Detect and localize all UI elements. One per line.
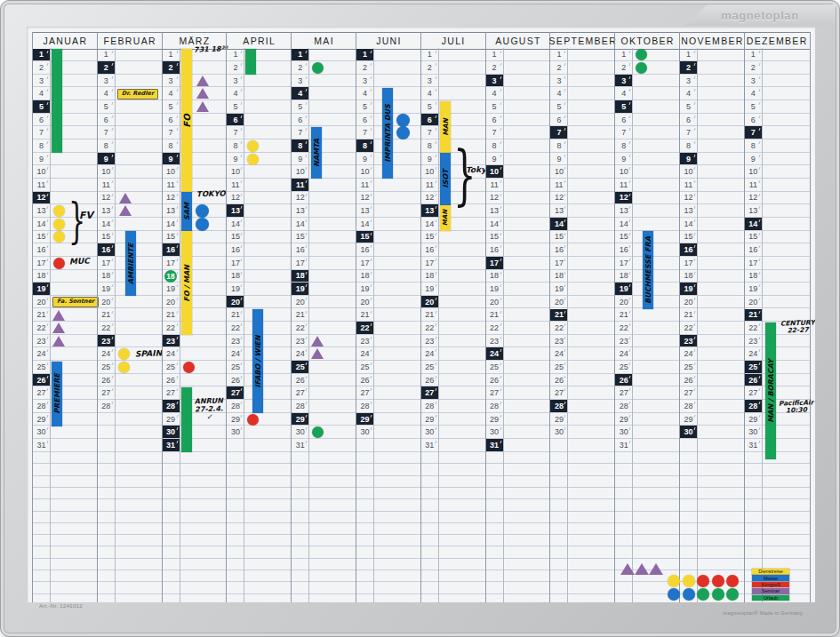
day-row: 23 (745, 335, 810, 348)
day-number: 9 (486, 153, 503, 165)
day-number: 30 (227, 426, 244, 438)
magnet-bar-blue[interactable]: NAMTA (311, 127, 322, 179)
legend-label-green[interactable]: Urlaub (752, 595, 789, 601)
day-number: 13 (421, 204, 438, 217)
legend-label-red[interactable]: Kongreß (752, 582, 789, 588)
magnet-bar-blue[interactable]: ISOT (440, 153, 451, 205)
day-row: 28 (615, 400, 680, 413)
magnet-dot-red[interactable] (53, 258, 65, 269)
day-row: 6 (486, 114, 551, 127)
magnet-triangle-purple[interactable] (196, 88, 209, 99)
legend-dot-yellow[interactable] (668, 575, 680, 587)
day-number: 7 (615, 126, 632, 139)
label-chip[interactable]: Dr. Redler (117, 89, 158, 100)
label-chip[interactable]: Fa. Sontner (52, 297, 99, 307)
magnet-bar-green[interactable] (181, 387, 192, 452)
day-row: 17 (227, 257, 292, 270)
day-row: 2 (680, 61, 745, 75)
day-number: 2 (421, 61, 438, 74)
day-row: 22 (486, 322, 551, 335)
day-number: 13 (550, 204, 567, 217)
magnet-dot-yellow[interactable] (247, 154, 259, 165)
magnet-triangle-purple[interactable] (119, 205, 132, 216)
day-number: 17 (615, 257, 632, 269)
day-number: 15 (227, 231, 244, 243)
day-number: 24 (680, 347, 697, 360)
legend-dot-red[interactable] (697, 575, 709, 587)
magnet-dot-blue[interactable] (196, 218, 209, 231)
bar-label: IFABO / WIEN (254, 335, 262, 387)
magnet-bar-blue[interactable]: PREMIERE (52, 362, 62, 426)
day-row: 13 (745, 204, 810, 218)
magnet-triangle-purple[interactable] (119, 193, 132, 203)
brace-annotation: } (453, 151, 476, 203)
day-number: 5 (163, 100, 180, 113)
magnet-triangle-purple[interactable] (52, 336, 65, 346)
magnet-triangle-purple[interactable] (311, 336, 324, 346)
magnet-bar-blue[interactable]: SAM (181, 192, 192, 231)
legend-triangle-purple[interactable] (635, 563, 649, 575)
legend-dot-red[interactable] (712, 575, 724, 587)
day-row: 15 (486, 231, 551, 244)
magnet-triangle-purple[interactable] (52, 310, 65, 321)
magnet-bar-green[interactable] (52, 49, 62, 153)
legend-dot-red[interactable] (726, 575, 739, 587)
day-number: 19 (421, 283, 438, 295)
magnet-dot-red[interactable] (247, 414, 259, 426)
legend-dot-green[interactable] (697, 588, 709, 601)
magnet-triangle-purple[interactable] (52, 322, 65, 333)
handwritten-note: SPAIN (135, 349, 162, 359)
day-number: 30 (486, 426, 503, 438)
day-number: 20 (680, 296, 697, 308)
magnet-bar-blue[interactable]: IMPRINTA DUS (382, 88, 393, 179)
magnet-dot-yellow[interactable] (118, 348, 130, 360)
legend-dot-green[interactable] (726, 588, 739, 601)
day-number: 6 (33, 114, 50, 126)
day-row: 22 (421, 322, 486, 335)
magnet-dot-blue[interactable] (396, 114, 410, 127)
magnet-bar-yellow[interactable]: MAN (440, 101, 451, 154)
day-row: 21 (680, 309, 745, 322)
day-row: 26 (292, 374, 356, 387)
day-row: 14 (421, 218, 486, 231)
legend-dot-blue[interactable] (683, 588, 695, 601)
month-column-august: AUGUST1234567891011121314151617181920212… (485, 32, 551, 602)
magnet-bar-yellow[interactable]: MAN (440, 205, 451, 231)
magnet-bar-yellow[interactable]: FO (181, 49, 192, 192)
magnet-bar-yellow[interactable]: FO / MAN (181, 231, 192, 335)
day-number: 9 (680, 153, 697, 165)
legend-label-yellow[interactable]: Dienstreise (752, 569, 789, 575)
day-row: 14 (227, 218, 292, 231)
magnet-triangle-purple[interactable] (311, 348, 324, 359)
day-number: 18 (227, 270, 244, 283)
legend-label-blue[interactable]: Messe (752, 575, 789, 581)
magnet-dot-green-over-day[interactable]: 18 (164, 270, 177, 283)
magnet-bar-blue[interactable]: BUCHMESSE FRA (643, 231, 653, 309)
day-number: 10 (745, 165, 762, 178)
magnet-dot-blue[interactable] (196, 204, 209, 218)
magnet-dot-red[interactable] (183, 362, 195, 373)
day-row: 17 (421, 257, 486, 270)
legend-triangle-purple[interactable] (620, 563, 635, 575)
day-number: 7 (163, 126, 180, 139)
legend-label-purple[interactable]: Seminar (752, 588, 789, 594)
magnet-bar-blue[interactable]: AMBIENTE (125, 231, 136, 296)
legend-dot-blue[interactable] (668, 588, 680, 601)
day-number: 22 (680, 322, 697, 334)
day-number: 9 (33, 153, 50, 165)
legend-triangle-purple[interactable] (649, 563, 663, 575)
day-number: 18 (421, 270, 438, 283)
day-number: 25 (745, 361, 762, 373)
legend-dot-green[interactable] (712, 588, 724, 601)
magnet-dot-yellow[interactable] (53, 219, 65, 230)
day-number: 31 (163, 439, 180, 451)
magnet-triangle-purple[interactable] (196, 76, 209, 86)
day-number: 10 (680, 165, 697, 178)
legend-dot-yellow[interactable] (683, 575, 695, 587)
magnet-bar-green[interactable]: MAN / BORACAY (765, 322, 776, 460)
magnet-bar-green[interactable] (245, 49, 256, 75)
day-number: 11 (550, 179, 567, 191)
magnet-triangle-purple[interactable] (196, 101, 209, 112)
magnet-bar-blue[interactable]: IFABO / WIEN (252, 309, 263, 413)
magnet-dot-yellow[interactable] (118, 362, 130, 373)
